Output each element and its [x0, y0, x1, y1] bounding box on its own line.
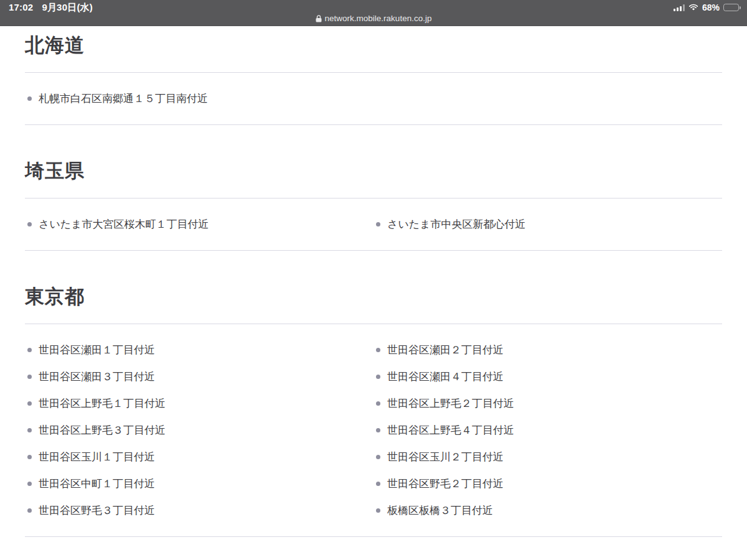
location-label: 世田谷区上野毛１丁目付近	[39, 396, 166, 411]
bullet-icon	[27, 428, 32, 432]
bullet-icon	[27, 375, 32, 379]
bullet-icon	[376, 222, 380, 226]
location-list-item: 世田谷区野毛２丁目付近	[374, 470, 722, 497]
location-list-item: 世田谷区瀬田１丁目付近	[25, 337, 374, 363]
location-label: 世田谷区野毛２丁目付近	[387, 477, 504, 491]
location-list-item: さいたま市中央区新都心付近	[374, 211, 722, 238]
location-list: 札幌市白石区南郷通１５丁目南付近	[25, 73, 722, 124]
location-label: 札幌市白石区南郷通１５丁目南付近	[39, 91, 208, 106]
prefecture-section: 東京都世田谷区瀬田１丁目付近世田谷区瀬田２丁目付近世田谷区瀬田３丁目付近世田谷区…	[25, 286, 722, 537]
prefecture-heading: 東京都	[25, 286, 722, 308]
bullet-icon	[27, 222, 32, 226]
prefecture-heading: 埼玉県	[25, 160, 722, 182]
bullet-icon	[27, 482, 32, 486]
location-label: 世田谷区上野毛３丁目付近	[39, 423, 166, 437]
status-bar-left: 17:02 9月30日(水)	[9, 2, 93, 14]
location-list: 世田谷区瀬田１丁目付近世田谷区瀬田２丁目付近世田谷区瀬田３丁目付近世田谷区瀬田４…	[25, 324, 722, 536]
prefecture-heading: 北海道	[25, 34, 722, 57]
bullet-icon	[27, 401, 32, 406]
location-label: 世田谷区瀬田３丁目付近	[39, 370, 155, 384]
cellular-signal-icon	[674, 4, 685, 11]
bullet-icon	[27, 348, 32, 352]
location-label: 世田谷区上野毛２丁目付近	[387, 396, 514, 411]
location-list-item: 世田谷区上野毛３丁目付近	[25, 417, 374, 444]
address-bar-url: network.mobile.rakuten.co.jp	[325, 14, 432, 23]
location-list-item: 世田谷区中町１丁目付近	[25, 470, 374, 497]
bullet-icon	[27, 96, 32, 101]
prefecture-section: 埼玉県さいたま市大宮区桜木町１丁目付近さいたま市中央区新都心付近	[25, 160, 722, 251]
wifi-icon	[688, 4, 698, 11]
location-label: 板橋区板橋３丁目付近	[387, 503, 493, 518]
location-label: 世田谷区瀬田２丁目付近	[387, 343, 504, 357]
location-list-item: 世田谷区玉川２丁目付近	[374, 444, 722, 470]
location-list-item: 世田谷区瀬田４丁目付近	[374, 363, 722, 390]
location-list-item: 世田谷区玉川１丁目付近	[25, 444, 374, 470]
location-list-item: 世田谷区瀬田２丁目付近	[374, 337, 722, 363]
location-label: 世田谷区瀬田４丁目付近	[387, 370, 504, 384]
bullet-icon	[376, 508, 380, 513]
address-bar[interactable]: network.mobile.rakuten.co.jp	[0, 14, 747, 23]
location-label: 世田谷区上野毛４丁目付近	[387, 423, 514, 437]
divider	[25, 250, 722, 251]
location-list-item: 世田谷区瀬田３丁目付近	[25, 363, 374, 390]
location-list-item: 世田谷区上野毛２丁目付近	[374, 390, 722, 417]
location-label: 世田谷区瀬田１丁目付近	[39, 343, 155, 357]
bullet-icon	[376, 455, 380, 459]
bullet-icon	[376, 482, 380, 486]
battery-percent: 68%	[702, 2, 720, 12]
location-list-item: さいたま市大宮区桜木町１丁目付近	[25, 211, 374, 238]
divider	[25, 124, 722, 125]
location-list: さいたま市大宮区桜木町１丁目付近さいたま市中央区新都心付近	[25, 198, 722, 250]
bullet-icon	[376, 348, 380, 352]
location-list-item: 世田谷区上野毛４丁目付近	[374, 417, 722, 444]
browser-top-bar: 17:02 9月30日(水) 68% network.mobile.rakute…	[0, 0, 747, 26]
location-label: 世田谷区玉川１丁目付近	[39, 450, 155, 464]
location-list-item: 板橋区板橋３丁目付近	[374, 497, 722, 524]
status-date: 9月30日(水)	[42, 2, 93, 14]
status-time: 17:02	[9, 2, 33, 14]
divider	[25, 536, 722, 537]
location-label: 世田谷区玉川２丁目付近	[387, 450, 504, 464]
prefecture-section: 北海道札幌市白石区南郷通１５丁目南付近	[25, 34, 722, 125]
location-list-item: 札幌市白石区南郷通１５丁目南付近	[25, 85, 374, 112]
location-label: 世田谷区野毛３丁目付近	[39, 503, 155, 518]
bullet-icon	[376, 375, 380, 379]
location-list-item: 世田谷区上野毛１丁目付近	[25, 390, 374, 417]
bullet-icon	[27, 455, 32, 459]
bullet-icon	[376, 401, 380, 406]
bullet-icon	[27, 508, 32, 513]
battery-icon	[723, 4, 741, 11]
location-list-item: 世田谷区野毛３丁目付近	[25, 497, 374, 524]
lock-icon	[316, 15, 322, 22]
status-bar-right: 68%	[674, 2, 741, 12]
bullet-icon	[376, 428, 380, 432]
region-outage-list: 北海道札幌市白石区南郷通１５丁目南付近埼玉県さいたま市大宮区桜木町１丁目付近さい…	[0, 34, 747, 537]
location-label: さいたま市中央区新都心付近	[387, 217, 526, 231]
location-label: 世田谷区中町１丁目付近	[39, 477, 155, 491]
location-label: さいたま市大宮区桜木町１丁目付近	[39, 217, 209, 231]
